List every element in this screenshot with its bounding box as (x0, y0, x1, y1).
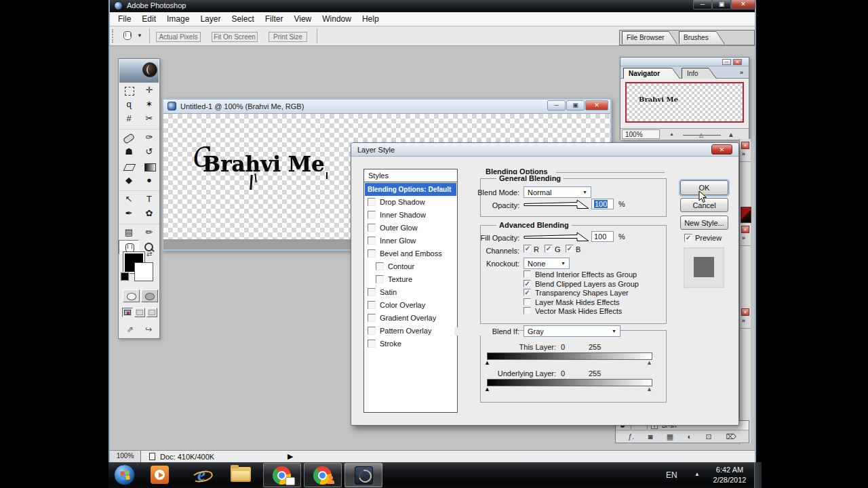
document-restore-button[interactable]: ▣ (566, 100, 585, 110)
knockout-dropdown[interactable]: None▼ (524, 258, 570, 269)
style-checkbox[interactable] (368, 288, 376, 296)
history-brush-tool[interactable]: ↺ (139, 145, 159, 159)
slice-tool[interactable]: ✂ (139, 112, 159, 126)
style-checkbox[interactable] (368, 198, 376, 206)
palette-expand-icon[interactable]: » (742, 150, 745, 157)
lasso-tool[interactable]: ɋ (119, 98, 139, 112)
style-item-inner-shadow[interactable]: Inner Shadow (365, 209, 456, 222)
navigator-thumbnail[interactable]: Brahvi Me (625, 82, 744, 123)
blend-if-dropdown[interactable]: Gray▼ (524, 325, 620, 337)
palette-menu-icon[interactable]: » (740, 69, 743, 76)
opacity-value[interactable]: 100 (591, 199, 614, 209)
path-selection-tool[interactable]: ↖ (119, 192, 139, 207)
minimize-button[interactable]: ─ (693, 0, 712, 9)
brush-tool[interactable]: ✑ (139, 131, 159, 145)
swap-colors-icon[interactable]: ⇄ (146, 250, 152, 258)
adjustment-layer-icon[interactable]: ◐ (688, 432, 692, 441)
fill-opacity-slider[interactable] (524, 232, 590, 242)
background-color-swatch[interactable] (134, 262, 153, 281)
tab-brushes[interactable]: Brushes (679, 31, 725, 44)
style-checkbox[interactable] (368, 249, 376, 258)
tool-preset-caret-icon[interactable]: ▼ (137, 33, 142, 39)
zoom-in-icon[interactable]: ▲ (728, 131, 734, 138)
menu-layer[interactable]: Layer (195, 13, 226, 25)
style-item-inner-glow[interactable]: Inner Glow (365, 235, 456, 247)
navigator-zoom-field[interactable]: 100% (622, 129, 660, 139)
dialog-titlebar[interactable]: Layer Style ✕ (351, 143, 738, 157)
chrome-profile-taskbar-button[interactable] (304, 463, 342, 487)
new-style-button[interactable]: New Style... (680, 216, 728, 230)
tab-info[interactable]: Info (682, 68, 717, 79)
menu-filter[interactable]: Filter (260, 13, 289, 25)
zoom-slider-thumb[interactable]: △ (699, 132, 703, 138)
style-item-pattern-overlay[interactable]: Pattern Overlay (365, 325, 456, 338)
style-item-contour[interactable]: Contour (365, 260, 456, 273)
preview-checkbox[interactable]: ✓ (684, 234, 692, 242)
restore-button[interactable]: ▣ (712, 0, 731, 9)
menu-window[interactable]: Window (317, 13, 357, 25)
rectangular-marquee-tool[interactable] (119, 83, 139, 98)
underlying-layer-gradient-slider[interactable] (487, 379, 652, 386)
flag-checkbox-1[interactable]: ✓ (524, 280, 531, 287)
slider-handle-high[interactable]: ▲ (646, 386, 652, 392)
style-item-color-overlay[interactable]: Color Overlay (365, 299, 456, 312)
start-button[interactable] (114, 464, 135, 485)
type-tool[interactable]: T (139, 192, 159, 207)
menu-select[interactable]: Select (226, 13, 259, 25)
default-colors-icon[interactable] (121, 272, 129, 281)
menu-help[interactable]: Help (357, 13, 384, 25)
channel-g-checkbox[interactable]: ✓ (545, 245, 553, 253)
style-checkbox[interactable] (368, 340, 376, 348)
move-tool[interactable]: ✛ (139, 83, 159, 98)
new-layer-icon[interactable]: ⊡ (706, 432, 712, 441)
tab-navigator[interactable]: Navigator (623, 68, 680, 79)
layer-mask-icon[interactable]: ◙ (648, 432, 653, 441)
navigator-minimize-button[interactable]: ─ (722, 59, 731, 65)
palette-expand-icon[interactable]: » (742, 317, 745, 324)
dialog-close-button[interactable]: ✕ (711, 144, 732, 155)
menu-edit[interactable]: Edit (136, 13, 161, 25)
gradient-tool[interactable] (139, 159, 159, 174)
style-checkbox[interactable] (376, 275, 384, 283)
quick-mask-mode-button[interactable] (141, 289, 158, 302)
fit-on-screen-button[interactable]: Fit On Screen (212, 32, 258, 42)
internet-explorer-icon[interactable]: e (191, 464, 212, 485)
layer-set-icon[interactable]: ▦ (667, 432, 673, 441)
hand-tool-icon[interactable] (123, 30, 134, 41)
palette-close-icon[interactable]: ✕ (741, 226, 749, 233)
standard-mode-button[interactable] (123, 289, 140, 302)
fullscreen-mode-button[interactable] (146, 308, 157, 317)
status-bar-menu-icon[interactable]: ▶ (288, 452, 293, 461)
menu-file[interactable]: File (113, 13, 136, 25)
document-minimize-button[interactable]: ─ (547, 100, 566, 110)
tray-expand-icon[interactable]: ▲ (694, 471, 700, 477)
channel-r-checkbox[interactable]: ✓ (524, 245, 532, 253)
fill-opacity-value[interactable]: 100 (591, 231, 614, 242)
style-checkbox[interactable] (368, 211, 376, 219)
status-zoom-field[interactable]: 100% (110, 451, 141, 462)
document-close-button[interactable]: ✕ (585, 100, 608, 110)
style-checkbox[interactable] (368, 224, 376, 232)
delete-layer-icon[interactable]: ⌦ (726, 432, 736, 441)
style-checkbox[interactable] (376, 262, 384, 270)
print-size-button[interactable]: Print Size (269, 32, 307, 42)
palette-close-icon[interactable]: ✕ (741, 142, 749, 149)
style-checkbox[interactable] (368, 327, 376, 335)
clock[interactable]: 6:42 AM2/28/2012 (708, 465, 751, 485)
navigator-close-button[interactable]: ✕ (733, 59, 742, 65)
fullscreen-menubar-mode-button[interactable] (134, 308, 145, 317)
color-palette-swatch[interactable] (741, 207, 751, 223)
flag-checkbox-3[interactable] (524, 298, 531, 306)
style-checkbox[interactable] (368, 301, 376, 309)
style-item-texture[interactable]: Texture (365, 273, 456, 286)
eyedropper-tool[interactable]: ✏ (139, 226, 159, 240)
menu-image[interactable]: Image (161, 13, 195, 25)
style-checkbox[interactable] (368, 237, 376, 245)
menu-view[interactable]: View (288, 13, 317, 25)
style-item-gradient-overlay[interactable]: Gradient Overlay (365, 312, 456, 325)
layer-style-icon[interactable]: ƒ. (628, 432, 634, 441)
imageready-icon[interactable]: ↪ (140, 323, 157, 336)
style-item-outer-glow[interactable]: Outer Glow (365, 222, 456, 235)
slider-handle-low[interactable]: ▲ (484, 386, 490, 392)
palette-close-icon[interactable]: ✕ (741, 308, 749, 316)
